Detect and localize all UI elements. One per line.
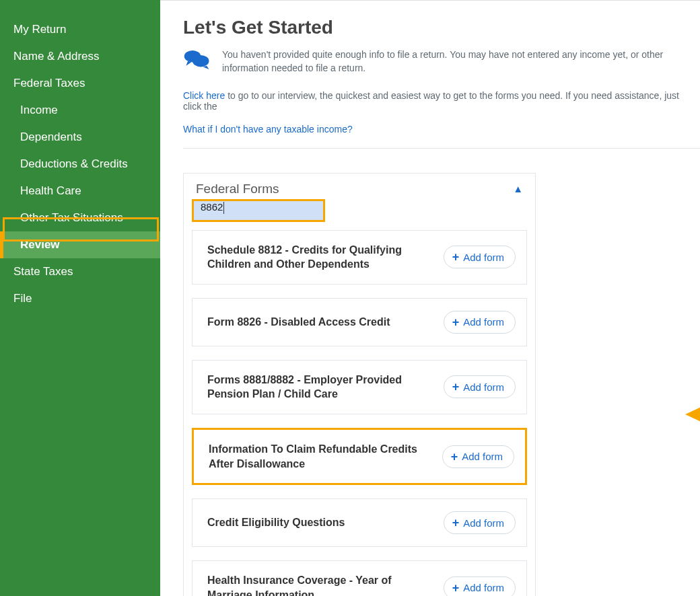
form-row-title: Credit Eligibility Questions <box>207 515 431 530</box>
plus-icon: + <box>452 582 460 594</box>
no-income-paragraph: What if I don't have any taxable income? <box>183 124 700 135</box>
forms-title: Federal Forms <box>196 182 279 196</box>
search-wrap: 8862 <box>184 196 535 230</box>
intro-row: You haven't provided quite enough info t… <box>183 48 700 75</box>
text-caret <box>223 202 224 214</box>
add-form-button[interactable]: + Add form <box>444 375 516 398</box>
add-form-label: Add form <box>462 451 503 462</box>
main-content: Let's Get Started You haven't provided q… <box>160 0 700 596</box>
form-row-title: Schedule 8812 - Credits for Qualifying C… <box>207 243 431 272</box>
sidebar-item-income[interactable]: Income <box>0 97 160 124</box>
add-form-button[interactable]: + Add form <box>444 246 516 268</box>
sidebar-item-name-address[interactable]: Name & Address <box>0 43 160 70</box>
svg-marker-3 <box>685 406 700 422</box>
click-here-link[interactable]: Click here <box>183 90 225 101</box>
form-row-refundable-credits: Information To Claim Refundable Credits … <box>192 428 527 485</box>
forms-header[interactable]: Federal Forms ▲ <box>184 174 535 196</box>
separator <box>183 148 700 149</box>
add-form-label: Add form <box>463 252 504 263</box>
page-title: Let's Get Started <box>183 17 700 38</box>
sidebar: My Return Name & Address Federal Taxes I… <box>0 0 160 596</box>
sidebar-item-my-return[interactable]: My Return <box>0 16 160 43</box>
add-form-button[interactable]: + Add form <box>444 311 516 334</box>
callout-arrow-icon <box>685 404 700 424</box>
sidebar-item-file[interactable]: File <box>0 285 160 312</box>
sidebar-item-deductions[interactable]: Deductions & Credits <box>0 151 160 178</box>
form-row-8826: Form 8826 - Disabled Access Credit + Add… <box>192 298 527 346</box>
sidebar-item-state-taxes[interactable]: State Taxes <box>0 258 160 285</box>
form-row-title: Health Insurance Coverage - Year of Marr… <box>207 573 431 596</box>
form-row-health-insurance: Health Insurance Coverage - Year of Marr… <box>192 560 527 596</box>
add-form-button[interactable]: + Add form <box>444 511 516 534</box>
plus-icon: + <box>452 517 460 529</box>
add-form-label: Add form <box>463 582 504 593</box>
plus-icon: + <box>452 251 460 263</box>
form-row-title: Forms 8881/8882 - Employer Provided Pens… <box>207 373 431 402</box>
forms-search-input[interactable]: 8862 <box>192 199 325 222</box>
form-row-title: Form 8826 - Disabled Access Credit <box>207 315 431 330</box>
plus-icon: + <box>452 381 460 393</box>
search-value: 8862 <box>201 201 223 213</box>
add-form-button[interactable]: + Add form <box>442 445 514 468</box>
sidebar-item-other-tax[interactable]: Other Tax Situations <box>0 204 160 231</box>
svg-point-1 <box>193 55 209 67</box>
plus-icon: + <box>452 316 460 328</box>
chevron-up-icon[interactable]: ▲ <box>513 183 523 194</box>
form-list: Schedule 8812 - Credits for Qualifying C… <box>184 230 535 596</box>
add-form-label: Add form <box>463 381 504 393</box>
form-row-credit-eligibility: Credit Eligibility Questions + Add form <box>192 498 527 547</box>
form-row-8881-8882: Forms 8881/8882 - Employer Provided Pens… <box>192 360 527 414</box>
add-form-label: Add form <box>463 517 504 529</box>
sidebar-item-federal-taxes[interactable]: Federal Taxes <box>0 70 160 97</box>
federal-forms-panel: Federal Forms ▲ 8862 Schedule 8812 - Cre… <box>183 173 536 596</box>
no-taxable-income-link[interactable]: What if I don't have any taxable income? <box>183 124 353 135</box>
sidebar-item-dependents[interactable]: Dependents <box>0 124 160 151</box>
sidebar-item-health-care[interactable]: Health Care <box>0 178 160 204</box>
intro-text: You haven't provided quite enough info t… <box>222 48 700 75</box>
plus-icon: + <box>451 451 458 463</box>
form-row-schedule-8812: Schedule 8812 - Credits for Qualifying C… <box>192 230 527 285</box>
add-form-label: Add form <box>463 316 504 328</box>
interview-rest: to go to our interview, the quickest and… <box>183 90 679 112</box>
form-row-title: Information To Claim Refundable Credits … <box>209 442 430 471</box>
chat-icon <box>183 49 211 69</box>
add-form-button[interactable]: + Add form <box>444 576 516 596</box>
sidebar-item-review[interactable]: Review <box>0 231 160 258</box>
interview-paragraph: Click here to go to our interview, the q… <box>183 90 700 112</box>
